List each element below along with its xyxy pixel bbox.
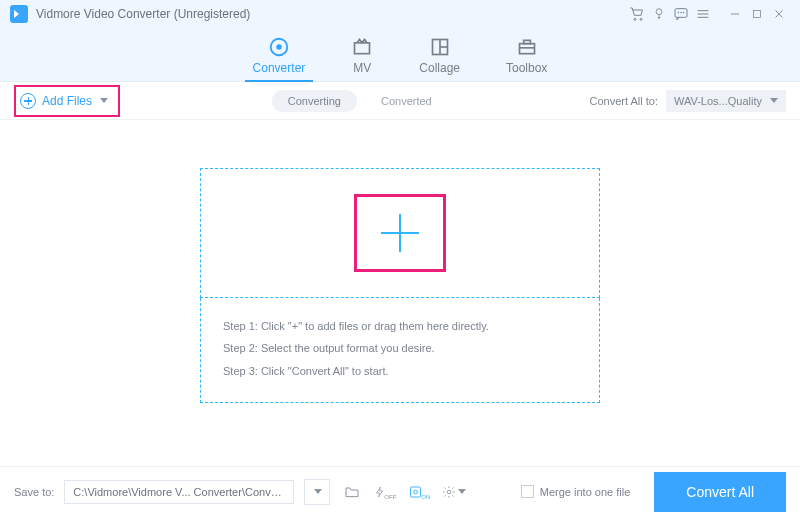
close-button[interactable]	[768, 3, 790, 25]
drop-zone[interactable]: Step 1: Click "+" to add files or drag t…	[200, 168, 600, 403]
drop-zone-instructions: Step 1: Click "+" to add files or drag t…	[200, 298, 600, 403]
step-text: Step 3: Click "Convert All" to start.	[223, 364, 577, 379]
save-path-field[interactable]: C:\Vidmore\Vidmore V... Converter\Conver…	[64, 480, 294, 504]
tab-label: MV	[353, 61, 371, 75]
step-text: Step 2: Select the output format you des…	[223, 341, 577, 356]
sub-toolbar: Add Files Converting Converted Convert A…	[0, 82, 800, 120]
convert-all-button[interactable]: Convert All	[654, 472, 786, 512]
converting-tab[interactable]: Converting	[272, 90, 357, 112]
svg-point-4	[678, 12, 679, 13]
svg-point-25	[448, 490, 452, 494]
menu-icon[interactable]	[692, 3, 714, 25]
tab-collage[interactable]: Collage	[419, 37, 460, 81]
tab-label: Collage	[419, 61, 460, 75]
add-file-plus-icon[interactable]	[354, 194, 446, 272]
app-title: Vidmore Video Converter (Unregistered)	[36, 7, 250, 21]
convert-all-to-label: Convert All to:	[589, 95, 657, 107]
svg-point-1	[640, 18, 642, 20]
settings-button[interactable]	[442, 480, 466, 504]
main-stage: Step 1: Click "+" to add files or drag t…	[0, 120, 800, 403]
drop-zone-add[interactable]	[200, 168, 600, 298]
feedback-icon[interactable]	[670, 3, 692, 25]
svg-rect-21	[523, 40, 530, 43]
tab-mv[interactable]: MV	[351, 37, 373, 81]
toolbox-icon	[516, 37, 538, 57]
tab-label: Toolbox	[506, 61, 547, 75]
key-icon[interactable]	[648, 3, 670, 25]
title-bar: Vidmore Video Converter (Unregistered)	[0, 0, 800, 28]
mv-icon	[351, 37, 373, 57]
minimize-button[interactable]	[724, 3, 746, 25]
cart-icon[interactable]	[626, 3, 648, 25]
add-files-label: Add Files	[42, 94, 92, 108]
chevron-down-icon	[100, 98, 108, 103]
add-files-button[interactable]: Add Files	[14, 85, 120, 117]
footer-bar: Save to: C:\Vidmore\Vidmore V... Convert…	[0, 466, 800, 516]
svg-point-2	[656, 9, 662, 15]
plus-circle-icon	[20, 93, 36, 109]
chevron-down-icon	[770, 98, 778, 103]
svg-rect-16	[355, 43, 370, 54]
merge-checkbox[interactable]: Merge into one file	[521, 485, 631, 498]
converter-icon	[268, 37, 290, 57]
collage-icon	[429, 37, 451, 57]
converted-tab[interactable]: Converted	[375, 90, 438, 112]
output-format-dropdown[interactable]: WAV-Los...Quality	[666, 90, 786, 112]
svg-point-5	[681, 12, 682, 13]
output-format-value: WAV-Los...Quality	[674, 95, 762, 107]
svg-rect-11	[754, 11, 761, 18]
save-to-label: Save to:	[14, 486, 54, 498]
app-logo-icon	[10, 5, 28, 23]
high-speed-toggle[interactable]: ON	[408, 480, 432, 504]
merge-label: Merge into one file	[540, 486, 631, 498]
step-text: Step 1: Click "+" to add files or drag t…	[223, 319, 577, 334]
checkbox-icon	[521, 485, 534, 498]
chevron-down-icon	[314, 489, 322, 494]
tab-toolbox[interactable]: Toolbox	[506, 37, 547, 81]
chevron-down-icon	[458, 489, 466, 494]
svg-point-0	[634, 18, 636, 20]
open-folder-button[interactable]	[340, 480, 364, 504]
svg-point-24	[414, 490, 418, 494]
tab-label: Converter	[253, 61, 306, 75]
svg-point-15	[276, 44, 282, 50]
maximize-button[interactable]	[746, 3, 768, 25]
hardware-accel-toggle[interactable]: OFF	[374, 480, 398, 504]
save-path-dropdown[interactable]	[304, 479, 330, 505]
svg-point-6	[683, 12, 684, 13]
main-tabs: Converter MV Collage Toolbox	[0, 28, 800, 82]
tab-converter[interactable]: Converter	[253, 37, 306, 81]
svg-rect-23	[411, 487, 421, 497]
